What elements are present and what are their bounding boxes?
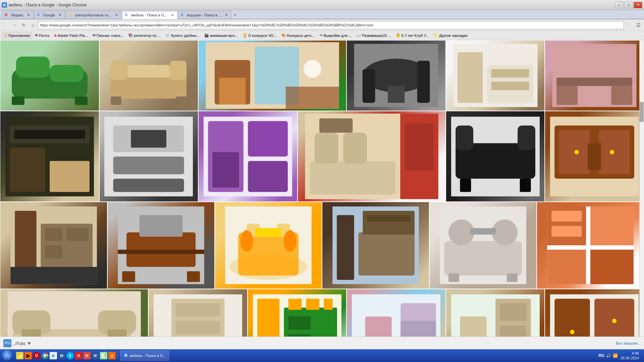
scrollbar-thumb[interactable] xyxy=(640,102,644,122)
igrushki-favicon: G xyxy=(181,13,185,17)
tab-mebel-close[interactable]: ✕ xyxy=(170,13,175,17)
new-tab-button[interactable]: + xyxy=(232,11,238,19)
download-arrow[interactable]: ▼ xyxy=(27,341,32,346)
image-cell-2[interactable] xyxy=(100,41,198,111)
furniture-image-9[interactable] xyxy=(199,111,297,201)
svg-rect-65 xyxy=(588,143,601,170)
bookmark-razvivashka[interactable]: 📖 Развивашка33 ... xyxy=(354,32,393,39)
furniture-image-4[interactable] xyxy=(347,41,445,111)
furniture-image-14[interactable] xyxy=(108,202,214,289)
image-cell-17[interactable] xyxy=(430,202,536,289)
tab-mebel-label: мебель - Поиск в G... xyxy=(131,13,167,17)
volume-icon[interactable]: 🔊 xyxy=(606,353,611,358)
furniture-image-2[interactable] xyxy=(100,41,198,111)
taskbar-explorer-icon[interactable]: 📁 xyxy=(16,352,23,359)
url-input[interactable] xyxy=(38,21,624,29)
furniture-image-16[interactable] xyxy=(322,202,429,289)
bookmark-other[interactable]: 📁 Другие закладки xyxy=(431,32,469,39)
bookmark-kupit[interactable]: 🛒 Купить удобны... xyxy=(163,32,202,39)
image-cell-16[interactable] xyxy=(322,202,429,289)
bookmark-animashki[interactable]: 🎬 анимашки мул... xyxy=(202,32,240,39)
furniture-image-5[interactable] xyxy=(446,41,545,111)
taskbar-yandex-icon[interactable]: Я xyxy=(75,352,82,359)
clock[interactable]: 4:46 26.06.2014 xyxy=(621,351,639,361)
taskbar-notepad-icon[interactable]: 📝 xyxy=(100,352,107,359)
settings-button[interactable]: ☰ xyxy=(634,21,642,29)
bookmark-vykrojki[interactable]: ✂ Выкройки для ... xyxy=(318,32,354,39)
bookmark-letter[interactable]: ✉ Письмо «ната... xyxy=(91,32,125,39)
furniture-image-10[interactable] xyxy=(298,111,445,201)
image-cell-18[interactable] xyxy=(537,202,644,289)
image-cell-14[interactable] xyxy=(108,202,214,289)
image-cell-7[interactable] xyxy=(0,111,99,201)
image-cell-8[interactable] xyxy=(100,111,198,201)
furniture-image-18[interactable] xyxy=(537,202,644,289)
taskbar-ie-icon[interactable]: e xyxy=(50,352,57,359)
tab-igrushki[interactable]: G игрушки - Поиск в ... ✕ xyxy=(178,11,232,19)
taskbar-skype-icon[interactable]: S xyxy=(66,352,74,359)
all-downloads-link[interactable]: Все загрузки... xyxy=(616,341,641,345)
tab-yandex-close[interactable]: ✕ xyxy=(26,13,31,17)
taskbar-opera-icon[interactable]: O xyxy=(33,352,40,359)
furniture-image-15[interactable] xyxy=(215,202,322,289)
image-cell-9[interactable] xyxy=(199,111,297,201)
image-cell-15[interactable] xyxy=(215,202,322,289)
bookmark-repetitor[interactable]: 📚 репетитор по ... xyxy=(126,32,163,39)
tab-electro[interactable]: ⚡ электробытовые то... ✕ xyxy=(65,11,121,19)
tab-igrushki-close[interactable]: ✕ xyxy=(224,13,229,17)
svg-rect-31 xyxy=(556,86,578,105)
forward-button[interactable]: → xyxy=(11,21,19,29)
svg-rect-137 xyxy=(500,303,526,321)
minimize-button[interactable]: ─ xyxy=(615,2,624,8)
refresh-button[interactable]: ↻ xyxy=(20,21,28,29)
furniture-image-11[interactable] xyxy=(446,111,545,201)
furniture-image-17[interactable] xyxy=(430,202,536,289)
furniture-image-3[interactable] xyxy=(199,41,346,111)
taskbar-chrome-window[interactable]: мебель - Поиск в G... xyxy=(120,351,169,361)
maximize-button[interactable]: □ xyxy=(624,2,633,8)
bookmark-pochta[interactable]: ✉ Почта xyxy=(33,32,51,39)
taskbar-word-icon[interactable]: W xyxy=(58,352,65,359)
image-cell-4[interactable] xyxy=(347,41,445,111)
image-cell-1[interactable] xyxy=(0,41,99,111)
furniture-image-1[interactable] xyxy=(0,41,99,111)
image-cell-12[interactable] xyxy=(545,111,644,201)
bookmark-konkursy[interactable]: 🎨 Конкурсы детс... xyxy=(279,32,317,39)
repetitor-icon: 📚 xyxy=(128,33,133,38)
animashki-icon: 🎬 xyxy=(204,33,209,38)
taskbar-avast-icon[interactable]: A xyxy=(108,352,116,359)
image-cell-6[interactable] xyxy=(545,41,644,111)
furniture-image-7[interactable] xyxy=(0,111,99,201)
taskbar-chrome-icon[interactable] xyxy=(41,352,49,359)
start-button[interactable] xyxy=(2,350,14,362)
bookmark-vozrast[interactable]: 👶 5-7 лет Клуб У... xyxy=(394,32,431,39)
tab-yandex[interactable]: Я Яндекс ✕ xyxy=(2,11,34,19)
furniture-image-13[interactable] xyxy=(0,202,107,289)
language-indicator[interactable]: RU xyxy=(599,353,604,358)
taskbar-gmail-icon[interactable]: M xyxy=(83,352,91,359)
tab-google[interactable]: G Google ✕ xyxy=(34,11,65,19)
image-cell-3[interactable] xyxy=(199,41,346,111)
scrollbar[interactable] xyxy=(639,40,644,349)
other-icon: 📁 xyxy=(433,33,438,38)
taskbar-winmedia-icon[interactable]: ▶ xyxy=(24,352,32,359)
furniture-image-8[interactable] xyxy=(100,111,198,201)
bookmark-star[interactable]: ☆ xyxy=(625,21,632,29)
taskbar-winword2-icon[interactable]: W xyxy=(92,352,99,359)
bookmark-apps[interactable]: ⊞ Приложения xyxy=(2,32,32,39)
image-cell-5[interactable] xyxy=(446,41,545,111)
tab-electro-close[interactable]: ✕ xyxy=(114,13,119,17)
back-button[interactable]: ← xyxy=(2,21,10,29)
close-button[interactable]: ✕ xyxy=(634,2,642,8)
network-icon[interactable]: 📶 xyxy=(613,353,618,358)
image-cell-11[interactable] xyxy=(446,111,545,201)
home-button[interactable]: ⌂ xyxy=(29,21,37,29)
tab-mebel[interactable]: G мебель - Поиск в G... ✕ xyxy=(122,11,178,19)
image-cell-13[interactable] xyxy=(0,202,107,289)
tab-google-close[interactable]: ✕ xyxy=(58,13,62,17)
image-cell-10[interactable] xyxy=(298,111,445,201)
furniture-image-12[interactable] xyxy=(545,111,644,201)
bookmark-flash[interactable]: A Adobe Flash Pla... xyxy=(52,32,90,39)
furniture-image-6[interactable] xyxy=(545,41,644,111)
bookmark-konkurs[interactable]: 🏆 О конкурсе ХО... xyxy=(240,32,279,39)
